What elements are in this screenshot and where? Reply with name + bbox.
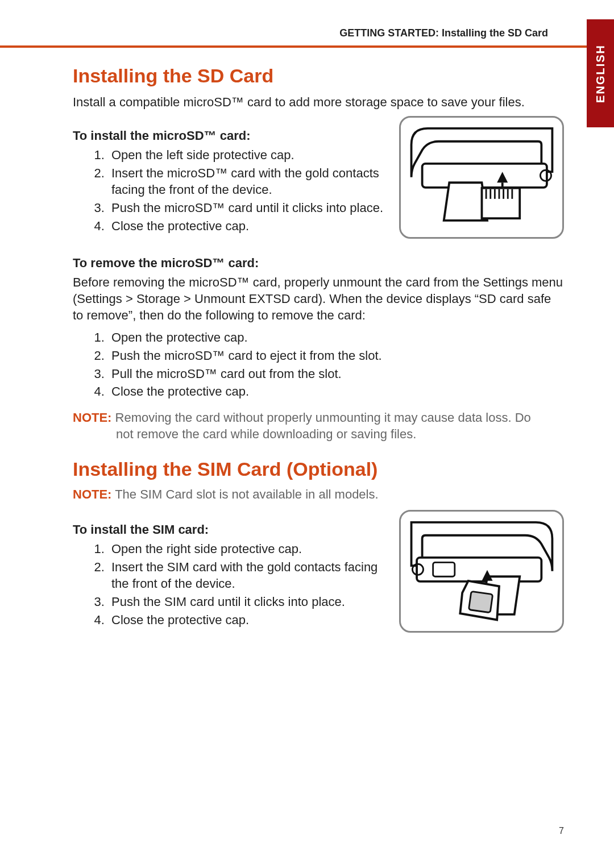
page-number: 7: [559, 826, 564, 836]
sim-note: NOTE: The SIM Card slot is not available…: [73, 487, 564, 502]
list-item: Insert the SIM card with the gold contac…: [108, 559, 387, 592]
list-item: Push the microSD™ card until it clicks i…: [108, 200, 387, 217]
list-item: Open the right side protective cap.: [108, 541, 387, 558]
install-sd-steps: Open the left side protective cap. Inser…: [73, 147, 387, 234]
list-item: Close the protective cap.: [108, 218, 387, 235]
list-item: Push the SIM card until it clicks into p…: [108, 593, 387, 610]
list-item: Close the protective cap.: [108, 612, 387, 629]
language-tab: ENGLISH: [587, 19, 614, 127]
svg-rect-2: [482, 188, 520, 218]
note-text-line2: not remove the card while downloading or…: [73, 426, 564, 442]
list-item: Open the left side protective cap.: [108, 147, 387, 164]
remove-sd-heading: To remove the microSD™ card:: [73, 256, 564, 271]
section-title-sd: Installing the SD Card: [73, 65, 564, 87]
sim-note-text: The SIM Card slot is not available in al…: [111, 487, 378, 501]
install-sim-heading: To install the SIM card:: [73, 522, 387, 537]
note-label: NOTE:: [73, 487, 111, 501]
page-header: GETTING STARTED: Installing the SD Card: [339, 27, 548, 39]
list-item: Pull the microSD™ card out from the slot…: [108, 366, 564, 383]
list-item: Push the microSD™ card to eject it from …: [108, 347, 564, 364]
sim-illustration: [399, 510, 564, 633]
remove-sd-steps: Open the protective cap. Push the microS…: [73, 329, 564, 400]
remove-sd-intro: Before removing the microSD™ card, prope…: [73, 274, 564, 323]
list-item: Close the protective cap.: [108, 383, 564, 400]
svg-rect-12: [433, 563, 454, 577]
note-label: NOTE:: [73, 410, 111, 425]
svg-rect-14: [468, 592, 492, 613]
svg-rect-0: [422, 164, 546, 188]
install-sd-heading: To install the microSD™ card:: [73, 128, 387, 143]
section-title-sim: Installing the SIM Card (Optional): [73, 458, 564, 480]
list-item: Open the protective cap.: [108, 329, 564, 346]
sd-intro: Install a compatible microSD™ card to ad…: [73, 94, 564, 110]
list-item: Insert the microSD™ card with the gold c…: [108, 165, 387, 198]
sd-illustration: [399, 116, 564, 239]
install-sim-steps: Open the right side protective cap. Inse…: [73, 541, 387, 628]
language-label: ENGLISH: [594, 44, 607, 103]
note-text-line1: Removing the card without properly unmou…: [111, 410, 530, 425]
sd-note: NOTE: Removing the card without properly…: [73, 409, 564, 442]
divider-rule: [0, 45, 614, 48]
